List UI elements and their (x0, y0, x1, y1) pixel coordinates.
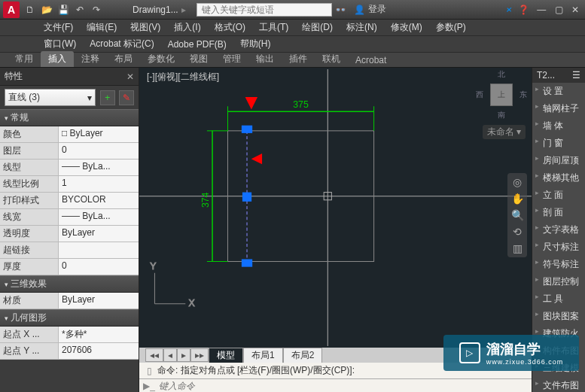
palette-item[interactable]: 房间屋顶 (532, 152, 585, 169)
palette-item[interactable]: 文件布图 (532, 377, 585, 392)
redo-icon[interactable]: ↷ (90, 4, 102, 16)
layout-tab[interactable]: 布局2 (283, 348, 323, 363)
app-logo[interactable]: A (3, 2, 20, 18)
minimize-icon[interactable]: — (534, 5, 549, 15)
login-button[interactable]: 👤 登录 (354, 3, 386, 16)
maximize-icon[interactable]: ▢ (552, 5, 566, 15)
showmotion-icon[interactable]: ▥ (513, 242, 523, 254)
navigation-bar[interactable]: ◎ ✋ 🔍 ⟲ ▥ (507, 173, 527, 257)
palette-item[interactable]: 尺寸标注 (532, 239, 585, 256)
pan-icon[interactable]: ✋ (511, 193, 524, 205)
palette-item[interactable]: 工 具 (532, 290, 585, 308)
ribbon-tab[interactable]: 常用 (8, 51, 41, 67)
palette-item[interactable]: 楼梯其他 (532, 169, 585, 187)
selection-type-dropdown[interactable]: 直线 (3) ▾ (5, 89, 96, 106)
menu-item[interactable]: 修改(M) (385, 20, 428, 35)
menu-item[interactable]: 视图(V) (124, 20, 166, 35)
property-value[interactable]: 1 (59, 176, 139, 193)
close-icon[interactable]: ✕ (568, 5, 582, 15)
save-icon[interactable]: 💾 (57, 4, 69, 16)
menu-item[interactable]: 文件(F) (38, 20, 79, 35)
unnamed-view-button[interactable]: 未命名 ▾ (483, 125, 526, 139)
menu-item[interactable]: 窗口(W) (38, 36, 82, 52)
command-input[interactable] (159, 381, 529, 391)
property-label: 线型 (0, 160, 59, 176)
property-value[interactable]: ByLayer (59, 293, 139, 309)
command-arrow-icon[interactable]: ▶_ (142, 381, 156, 391)
panel-title: 特性 (5, 70, 23, 83)
palette-item[interactable]: 门 窗 (532, 135, 585, 152)
ribbon-tab[interactable]: 注释 (74, 51, 107, 67)
add-selection-icon[interactable]: + (100, 90, 115, 105)
menu-item[interactable]: 标注(N) (340, 20, 383, 35)
property-value[interactable]: BYCOLOR (59, 193, 139, 209)
doc-dropdown-icon[interactable]: ▸ (181, 5, 186, 15)
ribbon-tab[interactable]: Acrobat (348, 53, 394, 67)
property-value[interactable]: □ ByLayer (59, 126, 139, 143)
palette-item[interactable]: 文字表格 (532, 221, 585, 239)
menu-item[interactable]: 参数(P) (430, 20, 472, 35)
watermark-overlay: ▷ 溜溜自学 www.zixue.3d66.com (443, 335, 579, 371)
palette-item[interactable]: 立 面 (532, 187, 585, 204)
tab-nav-button[interactable]: ◂◂ (145, 348, 163, 362)
menu-item[interactable]: 绘图(D) (296, 20, 339, 35)
property-section-header[interactable]: 几何图形 (0, 309, 139, 327)
search-icon[interactable]: 👓 (335, 5, 346, 15)
viewport-label[interactable]: [-][俯视][二维线框] (147, 71, 219, 84)
exchange-icon[interactable]: 🗴 (504, 5, 513, 15)
tab-nav-button[interactable]: ◂ (163, 348, 177, 362)
property-section-header[interactable]: 常规 (0, 109, 139, 126)
property-value[interactable]: 0 (59, 143, 139, 160)
menu-item[interactable]: 编辑(E) (81, 20, 123, 35)
search-input[interactable] (197, 3, 332, 17)
palette-close-icon[interactable]: ☰ (572, 70, 580, 81)
help-icon[interactable]: ❓ (518, 5, 529, 15)
property-value[interactable]: —— ByLa... (59, 209, 139, 226)
property-value[interactable]: 0 (59, 259, 139, 275)
palette-item[interactable]: 图层控制 (532, 273, 585, 290)
orbit-icon[interactable]: ⟲ (513, 226, 522, 238)
lock-icon[interactable]: ▯ (144, 366, 157, 376)
property-value[interactable]: *多种* (59, 327, 139, 343)
open-icon[interactable]: 📂 (41, 4, 53, 16)
svg-rect-15 (242, 259, 252, 266)
menu-item[interactable]: Adobe PDF(B) (162, 38, 233, 51)
palette-item[interactable]: 轴网柱子 (532, 100, 585, 117)
menu-item[interactable]: Acrobat 标记(C) (84, 36, 160, 52)
property-value[interactable] (59, 242, 139, 259)
palette-item[interactable]: 墙 体 (532, 117, 585, 135)
palette-item[interactable]: 符号标注 (532, 256, 585, 273)
menu-item[interactable]: 帮助(H) (234, 36, 277, 52)
property-value[interactable]: ByLayer (59, 226, 139, 242)
undo-icon[interactable]: ↶ (74, 4, 86, 16)
ribbon-tab[interactable]: 插入 (41, 51, 74, 67)
new-icon[interactable]: 🗋 (24, 4, 36, 16)
palette-item[interactable]: 图块图案 (532, 308, 585, 325)
ribbon-tab[interactable]: 输出 (248, 51, 282, 67)
ribbon-tab[interactable]: 管理 (215, 51, 248, 67)
quick-select-icon[interactable]: ✎ (119, 90, 134, 105)
layout-tab[interactable]: 模型 (209, 348, 243, 363)
tab-nav-button[interactable]: ▸▸ (190, 348, 209, 362)
property-label: 线型比例 (0, 176, 59, 193)
property-value[interactable]: 207606 (59, 343, 139, 360)
layout-tab[interactable]: 布局1 (243, 348, 283, 363)
property-section-header[interactable]: 三维效果 (0, 275, 139, 293)
menu-item[interactable]: 插入(I) (168, 20, 206, 35)
zoom-icon[interactable]: 🔍 (511, 209, 524, 221)
ribbon-tab[interactable]: 插件 (282, 51, 315, 67)
ribbon-tab[interactable]: 参数化 (140, 51, 182, 67)
steering-wheel-icon[interactable]: ◎ (513, 176, 522, 188)
tab-nav-button[interactable]: ▸ (177, 348, 190, 362)
ribbon-tab[interactable]: 视图 (182, 51, 215, 67)
viewcube[interactable]: 北 南 东 西 上 (479, 72, 524, 117)
palette-item[interactable]: 剖 面 (532, 204, 585, 221)
property-value[interactable]: —— ByLa... (59, 160, 139, 176)
menu-item[interactable]: 格式(O) (209, 20, 251, 35)
ribbon-tab[interactable]: 布局 (107, 51, 140, 67)
menu-item[interactable]: 工具(T) (253, 20, 294, 35)
palette-item[interactable]: 设 置 (532, 83, 585, 100)
ribbon-tab[interactable]: 联机 (315, 51, 348, 67)
panel-close-icon[interactable]: ✕ (126, 71, 134, 82)
property-label: 线宽 (0, 209, 59, 226)
